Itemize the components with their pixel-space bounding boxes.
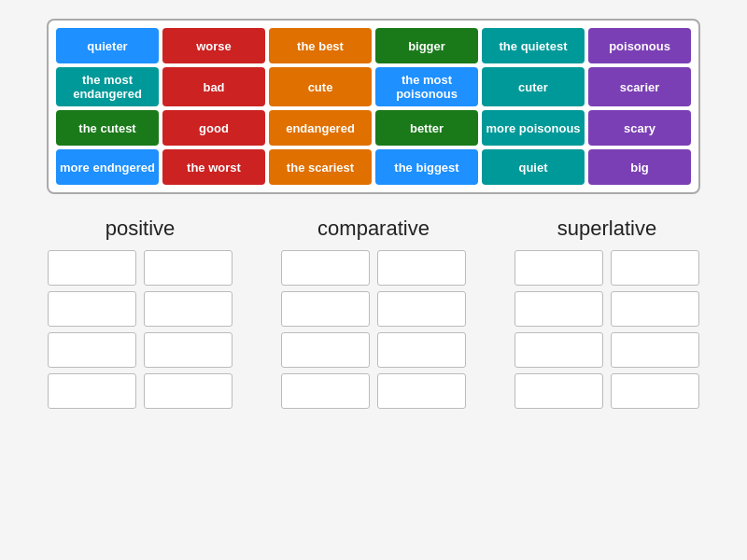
- drop-box[interactable]: [48, 332, 136, 368]
- positive-row-3: [48, 332, 233, 368]
- drop-box[interactable]: [514, 373, 603, 409]
- positive-row-1: [48, 250, 233, 286]
- word-tile-9[interactable]: the most poisonous: [375, 67, 478, 106]
- drop-box[interactable]: [514, 250, 603, 286]
- word-tile-11[interactable]: scarier: [588, 67, 691, 106]
- superlative-row-1: [514, 250, 699, 286]
- word-tile-22[interactable]: quiet: [482, 149, 585, 185]
- comparative-row-2: [281, 291, 466, 327]
- categories-section: positive comparative: [37, 217, 710, 409]
- drop-box[interactable]: [281, 291, 370, 327]
- word-tile-17[interactable]: scary: [588, 110, 691, 146]
- superlative-row-3: [514, 332, 699, 368]
- drop-box[interactable]: [144, 332, 233, 368]
- category-comparative: comparative: [271, 217, 476, 409]
- drop-box[interactable]: [144, 291, 233, 327]
- word-tile-8[interactable]: cute: [269, 67, 372, 106]
- drop-box[interactable]: [144, 250, 233, 286]
- word-tile-6[interactable]: the most endangered: [56, 67, 159, 106]
- superlative-row-4: [514, 373, 699, 409]
- word-tile-16[interactable]: more poisonous: [482, 110, 585, 146]
- comparative-row-4: [281, 373, 466, 409]
- word-tile-19[interactable]: the worst: [162, 149, 265, 185]
- word-tile-15[interactable]: better: [375, 110, 478, 146]
- drop-box[interactable]: [281, 250, 370, 286]
- word-tile-7[interactable]: bad: [162, 67, 265, 106]
- word-tile-23[interactable]: big: [588, 149, 691, 185]
- drop-box[interactable]: [48, 291, 136, 327]
- word-tile-18[interactable]: more endngered: [56, 149, 159, 185]
- drop-box[interactable]: [514, 332, 603, 368]
- positive-label: positive: [106, 217, 176, 241]
- comparative-row-3: [281, 332, 466, 368]
- drop-box[interactable]: [611, 250, 699, 286]
- word-tile-2[interactable]: the best: [269, 28, 372, 63]
- word-tile-10[interactable]: cuter: [482, 67, 585, 106]
- word-tile-3[interactable]: bigger: [375, 28, 478, 63]
- drop-box[interactable]: [611, 373, 699, 409]
- word-bank: quieterworsethe bestbiggerthe quietestpo…: [47, 19, 700, 194]
- drop-box[interactable]: [611, 332, 699, 368]
- word-tile-14[interactable]: endangered: [269, 110, 372, 146]
- drop-box[interactable]: [377, 332, 466, 368]
- superlative-row-2: [514, 291, 699, 327]
- category-superlative: superlative: [504, 217, 710, 409]
- word-tile-0[interactable]: quieter: [56, 28, 159, 63]
- word-tile-5[interactable]: poisonous: [588, 28, 691, 63]
- category-positive: positive: [37, 217, 243, 409]
- word-tile-4[interactable]: the quietest: [482, 28, 585, 63]
- word-tile-20[interactable]: the scariest: [269, 149, 372, 185]
- word-tile-12[interactable]: the cutest: [56, 110, 159, 146]
- drop-box[interactable]: [377, 250, 466, 286]
- word-tile-13[interactable]: good: [162, 110, 265, 146]
- drop-box[interactable]: [48, 373, 136, 409]
- positive-row-4: [48, 373, 233, 409]
- drop-box[interactable]: [611, 291, 699, 327]
- word-tile-21[interactable]: the biggest: [375, 149, 478, 185]
- drop-box[interactable]: [281, 373, 370, 409]
- drop-box[interactable]: [48, 250, 136, 286]
- drop-box[interactable]: [377, 373, 466, 409]
- superlative-label: superlative: [557, 217, 656, 241]
- drop-box[interactable]: [144, 373, 233, 409]
- drop-box[interactable]: [377, 291, 466, 327]
- drop-box[interactable]: [514, 291, 603, 327]
- comparative-row-1: [281, 250, 466, 286]
- positive-row-2: [48, 291, 233, 327]
- drop-box[interactable]: [281, 332, 370, 368]
- comparative-label: comparative: [317, 217, 430, 241]
- word-tile-1[interactable]: worse: [162, 28, 265, 63]
